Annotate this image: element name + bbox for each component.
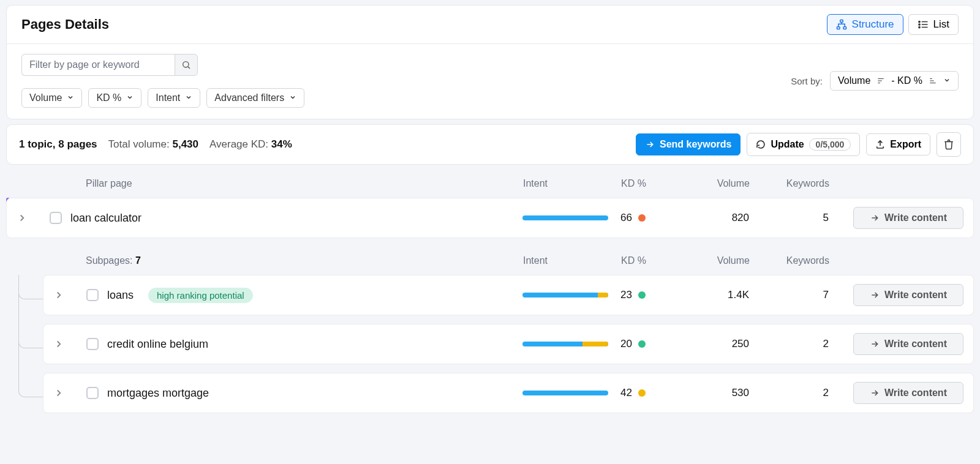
kd-cell: 23 — [620, 289, 688, 301]
chip-label: Advanced filters — [214, 92, 284, 103]
expand-caret[interactable] — [53, 290, 64, 301]
col-kd: KD % — [621, 255, 688, 266]
tree-elbow — [18, 330, 43, 348]
kd-cell: 20 — [620, 338, 688, 350]
chevron-down-icon — [126, 92, 134, 103]
ranking-badge: high ranking potential — [148, 288, 253, 303]
write-label: Write content — [884, 387, 947, 399]
update-button[interactable]: Update 0/5,000 — [747, 133, 860, 156]
avg-kd-value: 34% — [271, 138, 292, 150]
total-volume-value: 5,430 — [172, 138, 198, 150]
filter-chip-volume[interactable]: Volume — [21, 88, 82, 108]
kd-value: 23 — [620, 289, 632, 301]
write-content-button[interactable]: Write content — [853, 382, 963, 404]
row-checkbox[interactable] — [50, 212, 62, 224]
volume-cell: 250 — [688, 338, 761, 350]
topics-pages: 1 topic, 8 pages — [19, 138, 97, 151]
col-subpages: Subpages: 7 — [49, 255, 523, 266]
sort-desc-icon — [876, 77, 885, 85]
sort-label: Sort by: — [791, 76, 823, 86]
expand-caret[interactable] — [17, 212, 28, 223]
delete-button[interactable] — [937, 132, 961, 157]
expand-caret[interactable] — [53, 339, 64, 350]
chevron-down-icon — [289, 92, 296, 103]
kd-dot — [638, 214, 646, 222]
keywords-cell: 2 — [761, 387, 841, 399]
row-checkbox[interactable] — [86, 338, 99, 350]
kd-cell: 66 — [620, 212, 688, 224]
volume-cell: 1.4K — [688, 289, 761, 301]
tree-elbow — [18, 379, 43, 397]
subpages-count: 7 — [135, 255, 141, 266]
controls-card: Pages Details Structure — [6, 5, 974, 119]
volume-cell: 820 — [688, 212, 761, 224]
header-row: Pages Details Structure — [7, 6, 973, 44]
write-icon — [870, 290, 880, 300]
write-label: Write content — [884, 339, 947, 350]
kd-value: 42 — [620, 387, 632, 399]
write-icon — [870, 388, 880, 398]
sort-selector[interactable]: Volume - KD % — [830, 71, 959, 91]
avg-kd: Average KD: 34% — [209, 138, 292, 151]
svg-point-3 — [918, 21, 919, 22]
total-volume: Total volume: 5,430 — [108, 138, 198, 151]
filter-chip-advanced[interactable]: Advanced filters — [206, 88, 304, 108]
row-checkbox[interactable] — [86, 289, 99, 301]
chevron-down-icon — [67, 92, 74, 103]
search-input[interactable] — [21, 54, 175, 76]
subpage-row: mortgages mortgage 42 530 2 Write conten… — [43, 373, 974, 413]
filters-left: Volume KD % Intent Advanced filters — [21, 54, 496, 108]
search-button[interactable] — [175, 54, 198, 76]
structure-icon — [836, 19, 847, 30]
write-content-button[interactable]: Write content — [853, 284, 963, 306]
svg-rect-1 — [837, 27, 840, 29]
write-label: Write content — [884, 212, 947, 223]
expand-caret[interactable] — [53, 387, 64, 399]
chip-label: KD % — [96, 92, 121, 103]
subpages-columns-header: Subpages: 7 Intent KD % Volume Keywords — [6, 247, 974, 275]
volume-cell: 530 — [688, 387, 761, 399]
update-counter: 0/5,000 — [809, 138, 851, 151]
filter-chip-intent[interactable]: Intent — [148, 88, 200, 108]
kd-value: 20 — [620, 338, 632, 350]
page-title: Pages Details — [21, 17, 109, 32]
page-name: credit online belgium — [107, 338, 208, 351]
export-icon — [875, 140, 885, 149]
tree-elbow — [18, 281, 43, 299]
kd-dot — [638, 340, 646, 348]
structure-toggle[interactable]: Structure — [827, 14, 903, 35]
export-button[interactable]: Export — [866, 133, 930, 155]
pillar-row-wrap: loan calculator 66 820 5 Write content — [6, 198, 974, 238]
write-content-button[interactable]: Write content — [853, 333, 963, 355]
col-pillar: Pillar page — [49, 178, 523, 189]
svg-point-9 — [183, 62, 189, 67]
avg-kd-label: Average KD: — [209, 138, 268, 150]
svg-point-5 — [918, 24, 919, 25]
col-volume: Volume — [688, 255, 762, 266]
send-label: Send keywords — [660, 139, 731, 150]
list-toggle[interactable]: List — [908, 14, 959, 35]
send-keywords-button[interactable]: Send keywords — [636, 133, 741, 155]
filter-chip-kd[interactable]: KD % — [88, 88, 141, 108]
sort-value-b: - KD % — [891, 75, 922, 86]
chip-label: Intent — [156, 92, 180, 103]
search-wrap — [21, 54, 198, 76]
intent-bar — [522, 293, 608, 297]
summary-card: 1 topic, 8 pages Total volume: 5,430 Ave… — [6, 124, 974, 165]
summary-bar: 1 topic, 8 pages Total volume: 5,430 Ave… — [7, 125, 973, 164]
send-icon — [645, 140, 655, 149]
summary-right: Send keywords Update 0/5,000 Export — [636, 132, 961, 157]
kd-dot — [638, 291, 646, 299]
keywords-cell: 2 — [761, 338, 841, 350]
write-content-button[interactable]: Write content — [853, 207, 963, 229]
row-checkbox[interactable] — [86, 387, 99, 399]
svg-rect-0 — [840, 20, 843, 23]
sort-asc-icon — [929, 77, 937, 85]
total-volume-label: Total volume: — [108, 138, 170, 150]
write-icon — [870, 213, 880, 223]
chevron-down-icon — [943, 75, 951, 86]
intent-bar — [522, 391, 608, 395]
subpages-wrap: loans high ranking potential 23 1.4K 7 W… — [43, 275, 974, 413]
table-zone: Pillar page Intent KD % Volume Keywords … — [6, 170, 974, 413]
filters-right: Sort by: Volume - KD % — [791, 71, 959, 91]
